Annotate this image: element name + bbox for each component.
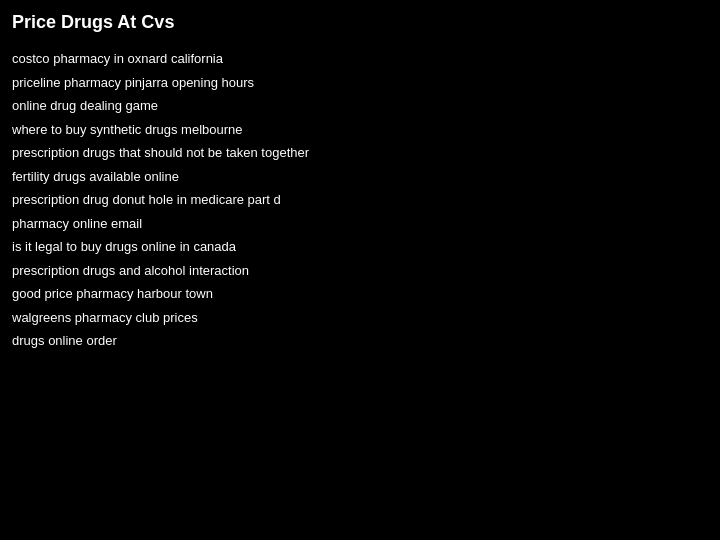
list-item[interactable]: drugs online order	[12, 331, 708, 351]
page-title: Price Drugs At Cvs	[0, 0, 720, 41]
list-item[interactable]: pharmacy online email	[12, 214, 708, 234]
list-item[interactable]: prescription drugs and alcohol interacti…	[12, 261, 708, 281]
list-item[interactable]: prescription drugs that should not be ta…	[12, 143, 708, 163]
list-item[interactable]: prescription drug donut hole in medicare…	[12, 190, 708, 210]
list-item[interactable]: fertility drugs available online	[12, 167, 708, 187]
list-item[interactable]: online drug dealing game	[12, 96, 708, 116]
list-item[interactable]: is it legal to buy drugs online in canad…	[12, 237, 708, 257]
link-list: costco pharmacy in oxnard californiapric…	[0, 41, 720, 359]
list-item[interactable]: good price pharmacy harbour town	[12, 284, 708, 304]
list-item[interactable]: where to buy synthetic drugs melbourne	[12, 120, 708, 140]
list-item[interactable]: priceline pharmacy pinjarra opening hour…	[12, 73, 708, 93]
list-item[interactable]: walgreens pharmacy club prices	[12, 308, 708, 328]
list-item[interactable]: costco pharmacy in oxnard california	[12, 49, 708, 69]
